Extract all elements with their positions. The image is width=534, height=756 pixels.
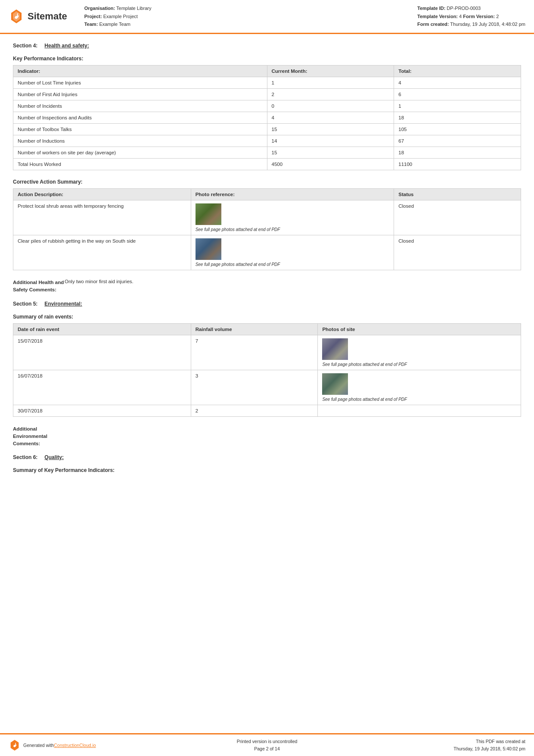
rain-row1-photo: See full page photos attached at end of … bbox=[318, 335, 521, 370]
ca-row1-status: Closed bbox=[394, 200, 521, 235]
team-label: Team: bbox=[84, 22, 98, 27]
section5-title: Environmental: bbox=[44, 301, 82, 307]
kpi-row-total: 1 bbox=[394, 100, 521, 112]
section4-label: Section 4: bbox=[13, 43, 37, 49]
kpi-row-current: 1 bbox=[267, 77, 394, 89]
template-version-value: 4 bbox=[459, 14, 462, 19]
footer-pdf-created-date: Thursday, 19 July 2018, 5:40:02 pm bbox=[355, 745, 525, 753]
ca-row1-photo: See full page photos attached at end of … bbox=[191, 200, 394, 235]
table-row: Protect local shrub areas with temporary… bbox=[13, 200, 521, 235]
footer-left: Generated with ConstructionCloud.io bbox=[9, 739, 179, 751]
footer-right: This PDF was created at Thursday, 19 Jul… bbox=[355, 738, 525, 753]
footer-link[interactable]: ConstructionCloud.io bbox=[54, 743, 96, 748]
form-version-label: Form Version: bbox=[463, 14, 495, 19]
template-id-value: DP-PROD-0003 bbox=[447, 6, 481, 11]
quality-kpi-heading: Summary of Key Performance Indicators: bbox=[13, 467, 521, 473]
ca-row1-description: Protect local shrub areas with temporary… bbox=[13, 200, 191, 235]
rain-heading: Summary of rain events: bbox=[13, 314, 521, 320]
footer-center: Printed version is uncontrolled Page 2 o… bbox=[179, 738, 355, 753]
kpi-row-total: 67 bbox=[394, 135, 521, 147]
footer-generated-text: Generated with bbox=[23, 743, 54, 748]
table-row: 15/07/2018 7 See full page photos attach… bbox=[13, 335, 521, 370]
project-label: Project: bbox=[84, 14, 102, 19]
page-header: Sitemate Organisation: Template Library … bbox=[0, 0, 534, 34]
form-created-value: Thursday, 19 July 2018, 4:48:02 pm bbox=[450, 22, 525, 27]
ca-row2-photo: See full page photos attached at end of … bbox=[191, 235, 394, 270]
header-meta-right: Template ID: DP-PROD-0003 Template Versi… bbox=[417, 4, 525, 28]
kpi-row-total: 11100 bbox=[394, 159, 521, 170]
kpi-col-total: Total: bbox=[394, 66, 521, 77]
kpi-row-indicator: Number of First Aid Injuries bbox=[13, 89, 267, 100]
health-comments-value: Only two minor first aid injuries. bbox=[65, 279, 521, 294]
table-row: Clear piles of rubbish getting in the wa… bbox=[13, 235, 521, 270]
rain-row3-date: 30/07/2018 bbox=[13, 405, 191, 416]
kpi-col-current: Current Month: bbox=[267, 66, 394, 77]
form-version-value: 2 bbox=[496, 14, 499, 19]
rain-row3-volume: 2 bbox=[191, 405, 318, 416]
env-comments-label: Additional Environmental Comments: bbox=[13, 425, 65, 448]
section6-title: Quality: bbox=[44, 454, 64, 460]
ca-table: Action Description: Photo reference: Sta… bbox=[13, 188, 521, 270]
env-comments-value bbox=[65, 425, 521, 448]
rain-col-photos: Photos of site bbox=[318, 323, 521, 335]
ca-row2-photo-caption: See full page photos attached at end of … bbox=[196, 262, 280, 267]
rain-row2-volume: 3 bbox=[191, 370, 318, 405]
kpi-row-indicator: Number of Incidents bbox=[13, 100, 267, 112]
ca-col-status: Status bbox=[394, 189, 521, 200]
table-row: Number of Inductions 14 67 bbox=[13, 135, 521, 147]
photo-bush-image bbox=[196, 203, 221, 225]
section5-label: Section 5: bbox=[13, 301, 37, 307]
page-footer: Generated with ConstructionCloud.io Prin… bbox=[0, 733, 534, 756]
main-content: Section 4: Health and safety: Key Perfor… bbox=[0, 34, 534, 520]
footer-pdf-created-text: This PDF was created at bbox=[355, 738, 525, 745]
kpi-row-indicator: Number of workers on site per day (avera… bbox=[13, 147, 267, 159]
rain-table: Date of rain event Rainfall volume Photo… bbox=[13, 323, 521, 417]
rain-row2-photo-caption: See full page photos attached at end of … bbox=[322, 397, 407, 402]
kpi-row-total: 6 bbox=[394, 89, 521, 100]
section4-heading: Section 4: Health and safety: bbox=[13, 43, 521, 49]
section4-title: Health and safety: bbox=[44, 43, 89, 49]
kpi-row-total: 18 bbox=[394, 147, 521, 159]
header-meta: Organisation: Template Library Project: … bbox=[84, 4, 525, 28]
table-row: Number of First Aid Injuries 2 6 bbox=[13, 89, 521, 100]
project-value: Example Project bbox=[103, 14, 138, 19]
kpi-row-indicator: Number of Inspections and Audits bbox=[13, 112, 267, 124]
rain-col-volume: Rainfall volume bbox=[191, 323, 318, 335]
table-row: Number of Incidents 0 1 bbox=[13, 100, 521, 112]
table-row: 16/07/2018 3 See full page photos attach… bbox=[13, 370, 521, 405]
kpi-row-total: 4 bbox=[394, 77, 521, 89]
ca-col-photo: Photo reference: bbox=[191, 189, 394, 200]
ca-heading: Corrective Action Summary: bbox=[13, 179, 521, 185]
rain-row1-date: 15/07/2018 bbox=[13, 335, 191, 370]
rain-row2-date: 16/07/2018 bbox=[13, 370, 191, 405]
section6-heading: Section 6: Quality: bbox=[13, 454, 521, 460]
kpi-table: Indicator: Current Month: Total: Number … bbox=[13, 65, 521, 170]
health-comments-label: Additional Health and Safety Comments: bbox=[13, 279, 65, 294]
table-row: Number of workers on site per day (avera… bbox=[13, 147, 521, 159]
photo-rubbish-image bbox=[196, 238, 221, 260]
ca-col-description: Action Description: bbox=[13, 189, 191, 200]
photo-rain2-image bbox=[322, 373, 348, 395]
org-label: Organisation: bbox=[84, 6, 115, 11]
kpi-heading: Key Performance Indicators: bbox=[13, 56, 521, 62]
table-row: Number of Lost Time Injuries 1 4 bbox=[13, 77, 521, 89]
rain-row3-photo bbox=[318, 405, 521, 416]
kpi-row-indicator: Number of Inductions bbox=[13, 135, 267, 147]
kpi-row-current: 2 bbox=[267, 89, 394, 100]
rain-col-date: Date of rain event bbox=[13, 323, 191, 335]
header-meta-left: Organisation: Template Library Project: … bbox=[84, 4, 152, 28]
org-value: Template Library bbox=[116, 6, 151, 11]
team-value: Example Team bbox=[99, 22, 130, 27]
kpi-row-current: 15 bbox=[267, 124, 394, 135]
logo-area: Sitemate bbox=[9, 4, 67, 28]
form-created-label: Form created: bbox=[417, 22, 449, 27]
sitemate-logo-icon bbox=[9, 9, 24, 24]
footer-logo-icon bbox=[9, 739, 21, 751]
ca-row2-status: Closed bbox=[394, 235, 521, 270]
photo-rain1-image bbox=[322, 338, 348, 360]
kpi-row-current: 14 bbox=[267, 135, 394, 147]
kpi-row-indicator: Number of Toolbox Talks bbox=[13, 124, 267, 135]
footer-page: Page 2 of 14 bbox=[179, 745, 355, 753]
kpi-row-current: 4500 bbox=[267, 159, 394, 170]
rain-row2-photo: See full page photos attached at end of … bbox=[318, 370, 521, 405]
